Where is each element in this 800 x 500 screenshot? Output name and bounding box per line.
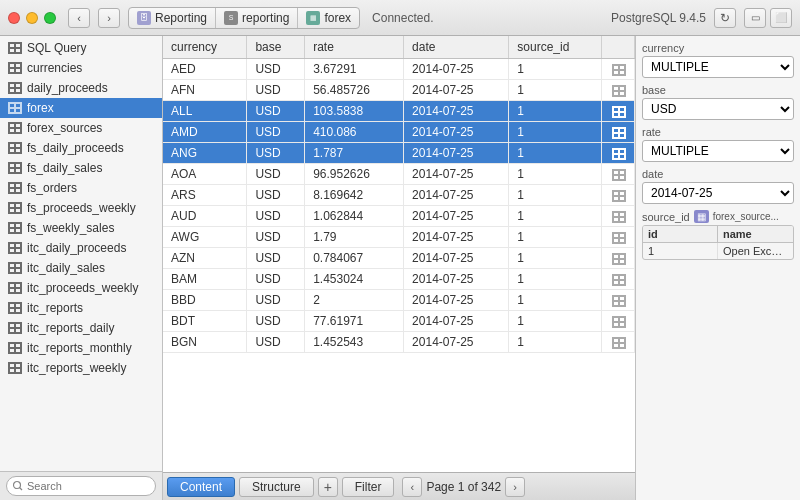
col-header-actions — [602, 36, 635, 59]
table-row[interactable]: AWGUSD1.792014-07-251 — [163, 227, 635, 248]
next-page-button[interactable]: › — [505, 477, 525, 497]
source-cell-name: Open Exchange R... — [718, 243, 793, 259]
sidebar-item-itc_reports_daily[interactable]: itc_reports_daily — [0, 318, 162, 338]
source-id-label: source_id — [642, 211, 690, 223]
table-row[interactable]: AZNUSD0.7840672014-07-251 — [163, 248, 635, 269]
sidebar-item-fs_orders[interactable]: fs_orders — [0, 178, 162, 198]
sidebar-item-label: fs_orders — [27, 181, 77, 195]
cell-row-icon[interactable] — [602, 248, 635, 269]
rate-select[interactable]: MULTIPLE — [642, 140, 794, 162]
sidebar-item-SQL-Query[interactable]: SQL Query — [0, 38, 162, 58]
window-buttons — [8, 12, 56, 24]
sidebar-item-label: forex_sources — [27, 121, 102, 135]
cell-row-icon[interactable] — [602, 101, 635, 122]
cell-row-icon[interactable] — [602, 227, 635, 248]
sidebar-item-itc_reports_monthly[interactable]: itc_reports_monthly — [0, 338, 162, 358]
date-select[interactable]: 2014-07-25 — [642, 182, 794, 204]
table-row[interactable]: BAMUSD1.4530242014-07-251 — [163, 269, 635, 290]
sidebar-item-forex[interactable]: forex — [0, 98, 162, 118]
sidebar-item-currencies[interactable]: currencies — [0, 58, 162, 78]
table-icon — [8, 302, 22, 314]
cell-base: USD — [247, 269, 305, 290]
cell-currency: ARS — [163, 185, 247, 206]
cell-rate: 1.79 — [305, 227, 404, 248]
cell-row-icon[interactable] — [602, 269, 635, 290]
col-header-date: date — [404, 36, 509, 59]
cell-row-icon[interactable] — [602, 311, 635, 332]
breadcrumb-schema-label: reporting — [242, 11, 289, 25]
sidebar-item-label: itc_reports_weekly — [27, 361, 126, 375]
cell-row-icon[interactable] — [602, 143, 635, 164]
refresh-button[interactable]: ↻ — [714, 8, 736, 28]
sidebar-item-fs_daily_sales[interactable]: fs_daily_sales — [0, 158, 162, 178]
sidebar-item-forex_sources[interactable]: forex_sources — [0, 118, 162, 138]
currency-select[interactable]: MULTIPLE — [642, 56, 794, 78]
filter-button[interactable]: Filter — [342, 477, 395, 497]
sidebar-item-label: itc_reports — [27, 301, 83, 315]
close-button[interactable] — [8, 12, 20, 24]
row-expand-icon — [612, 169, 626, 181]
sidebar-item-fs_daily_proceeds[interactable]: fs_daily_proceeds — [0, 138, 162, 158]
prev-page-button[interactable]: ‹ — [402, 477, 422, 497]
cell-rate: 1.453024 — [305, 269, 404, 290]
table-row[interactable]: AOAUSD96.9526262014-07-251 — [163, 164, 635, 185]
breadcrumb-reporting[interactable]: 🗄 Reporting — [129, 8, 216, 28]
cell-date: 2014-07-25 — [404, 164, 509, 185]
row-expand-icon — [612, 337, 626, 349]
layout-single-button[interactable]: ▭ — [744, 8, 766, 28]
table-icon: ▦ — [306, 11, 320, 25]
sidebar-item-itc_reports[interactable]: itc_reports — [0, 298, 162, 318]
table-icon — [8, 262, 22, 274]
sidebar-item-itc_proceeds_weekly[interactable]: itc_proceeds_weekly — [0, 278, 162, 298]
cell-row-icon[interactable] — [602, 206, 635, 227]
rate-label: rate — [642, 126, 794, 138]
table-row[interactable]: AMDUSD410.0862014-07-251 — [163, 122, 635, 143]
table-row[interactable]: AEDUSD3.672912014-07-251 — [163, 59, 635, 80]
row-expand-icon — [612, 295, 626, 307]
sidebar-item-itc_daily_sales[interactable]: itc_daily_sales — [0, 258, 162, 278]
cell-row-icon[interactable] — [602, 59, 635, 80]
sidebar-item-fs_weekly_sales[interactable]: fs_weekly_sales — [0, 218, 162, 238]
table-row[interactable]: BBDUSD22014-07-251 — [163, 290, 635, 311]
cell-date: 2014-07-25 — [404, 185, 509, 206]
table-icon — [8, 122, 22, 134]
cell-row-icon[interactable] — [602, 164, 635, 185]
cell-source_id: 1 — [509, 227, 602, 248]
table-row[interactable]: AFNUSD56.4857262014-07-251 — [163, 80, 635, 101]
breadcrumb-table[interactable]: ▦ forex — [298, 8, 359, 28]
table-row[interactable]: ALLUSD103.58382014-07-251 — [163, 101, 635, 122]
back-button[interactable]: ‹ — [68, 8, 90, 28]
sidebar-item-itc_reports_weekly[interactable]: itc_reports_weekly — [0, 358, 162, 378]
table-row[interactable]: BDTUSD77.619712014-07-251 — [163, 311, 635, 332]
minimize-button[interactable] — [26, 12, 38, 24]
sidebar-item-fs_proceeds_weekly[interactable]: fs_proceeds_weekly — [0, 198, 162, 218]
base-select[interactable]: USD — [642, 98, 794, 120]
breadcrumb-schema[interactable]: S reporting — [216, 8, 298, 28]
layout-split-button[interactable]: ⬜ — [770, 8, 792, 28]
table-row[interactable]: ARSUSD8.1696422014-07-251 — [163, 185, 635, 206]
cell-row-icon[interactable] — [602, 122, 635, 143]
table-row[interactable]: ANGUSD1.7872014-07-251 — [163, 143, 635, 164]
data-table-wrapper[interactable]: currencybaseratedatesource_id AEDUSD3.67… — [163, 36, 635, 472]
sidebar-item-daily_proceeds[interactable]: daily_proceeds — [0, 78, 162, 98]
cell-rate: 410.086 — [305, 122, 404, 143]
sidebar-item-label: currencies — [27, 61, 82, 75]
cell-row-icon[interactable] — [602, 185, 635, 206]
cell-row-icon[interactable] — [602, 80, 635, 101]
search-input[interactable] — [6, 476, 156, 496]
structure-tab[interactable]: Structure — [239, 477, 314, 497]
forward-button[interactable]: › — [98, 8, 120, 28]
cell-rate: 1.787 — [305, 143, 404, 164]
cell-source_id: 1 — [509, 290, 602, 311]
source-table-row[interactable]: 1 Open Exchange R... — [643, 243, 793, 259]
table-row[interactable]: BGNUSD1.4525432014-07-251 — [163, 332, 635, 353]
table-row[interactable]: AUDUSD1.0628442014-07-251 — [163, 206, 635, 227]
content-tab[interactable]: Content — [167, 477, 235, 497]
cell-row-icon[interactable] — [602, 290, 635, 311]
maximize-button[interactable] — [44, 12, 56, 24]
table-icon — [8, 102, 22, 114]
add-button[interactable]: + — [318, 477, 338, 497]
cell-row-icon[interactable] — [602, 332, 635, 353]
cell-currency: ANG — [163, 143, 247, 164]
sidebar-item-itc_daily_proceeds[interactable]: itc_daily_proceeds — [0, 238, 162, 258]
